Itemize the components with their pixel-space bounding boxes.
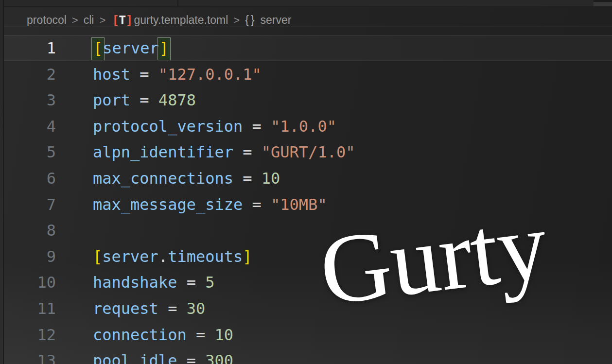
code-token: 5: [205, 273, 214, 292]
line-number[interactable]: 12: [4, 322, 56, 348]
chevron-right-icon: >: [228, 14, 245, 27]
code-content: connection = 10: [93, 322, 233, 348]
code-content: host = "127.0.0.1": [93, 61, 262, 87]
code-token: =: [177, 273, 205, 292]
code-token: =: [243, 117, 271, 136]
code-line[interactable]: 1[server]: [4, 35, 612, 61]
line-number[interactable]: 10: [4, 269, 56, 295]
code-token: =: [158, 299, 187, 318]
line-number[interactable]: 9: [4, 243, 56, 270]
code-token: handshake: [93, 273, 177, 292]
code-line[interactable]: 4protocol_version = "1.0.0": [4, 113, 612, 139]
code-line[interactable]: 3port = 4878: [4, 87, 612, 113]
code-content: protocol_version = "1.0.0": [93, 113, 336, 139]
chevron-right-icon: >: [94, 14, 111, 27]
code-token: 10: [214, 326, 233, 344]
code-token: "1.0.0": [271, 117, 336, 136]
code-token: max_connections: [93, 169, 233, 188]
line-number[interactable]: 13: [4, 347, 56, 364]
code-token: =: [187, 326, 215, 344]
line-number[interactable]: 7: [4, 191, 56, 218]
line-number[interactable]: 1: [4, 35, 56, 61]
code-token: =: [130, 65, 158, 84]
code-token: "10MB": [271, 195, 327, 214]
breadcrumb: protocol > cli > [T] gurty.template.toml…: [27, 13, 291, 27]
chevron-right-icon: >: [67, 14, 84, 27]
code-content: alpn_identifier = "GURT/1.0": [93, 139, 355, 165]
line-number[interactable]: 4: [4, 113, 56, 139]
tab-bar-edge: [4, 6, 612, 7]
code-line[interactable]: 13pool_idle = 300: [4, 347, 612, 364]
code-line[interactable]: 5alpn_identifier = "GURT/1.0": [4, 139, 612, 165]
tab-bar-sliver: [4, 0, 612, 6]
code-token: port: [93, 91, 130, 109]
tab-divider: [177, 0, 178, 6]
code-token: host: [93, 65, 130, 84]
code-token: "127.0.0.1": [158, 65, 262, 84]
editor-window: protocol > cli > [T] gurty.template.toml…: [0, 0, 612, 364]
code-content: pool_idle = 300: [93, 347, 233, 364]
code-token: 300: [205, 351, 233, 364]
code-token: server: [103, 39, 159, 57]
code-token: pool_idle: [93, 351, 177, 364]
breadcrumb-item-filename[interactable]: gurty.template.toml: [134, 14, 228, 27]
line-number[interactable]: 5: [4, 139, 56, 165]
code-token: ]: [243, 247, 252, 266]
code-token: max_message_size: [93, 195, 243, 214]
breadcrumb-item-cli[interactable]: cli: [84, 14, 94, 27]
code-token: =: [233, 169, 262, 188]
code-token: =: [243, 195, 271, 214]
code-token: 4878: [158, 91, 196, 109]
code-token: request: [93, 299, 158, 318]
breadcrumb-separator-line: [4, 26, 612, 27]
code-content: request = 30: [93, 295, 205, 322]
code-line[interactable]: 6max_connections = 10: [4, 165, 612, 191]
code-content: max_message_size = "10MB": [93, 191, 327, 218]
code-token: 10: [262, 169, 280, 188]
code-token: 30: [187, 299, 206, 318]
code-token: =: [130, 91, 158, 109]
line-number[interactable]: 11: [4, 295, 56, 322]
code-token: timeouts: [168, 247, 243, 266]
line-number[interactable]: 2: [4, 61, 56, 87]
code-token: "GURT/1.0": [262, 143, 355, 161]
code-content: [server]: [93, 35, 169, 61]
code-content: port = 4878: [93, 87, 196, 113]
code-token: alpn_identifier: [93, 143, 233, 161]
code-token: [: [93, 247, 102, 266]
breadcrumb-item-protocol[interactable]: protocol: [27, 14, 67, 27]
line-number[interactable]: 8: [4, 217, 56, 243]
code-token: ]: [157, 37, 171, 60]
line-number[interactable]: 6: [4, 165, 56, 191]
code-content: handshake = 5: [93, 269, 214, 295]
code-token: connection: [93, 326, 187, 344]
code-content: [server.timeouts]: [93, 243, 252, 270]
watermark-logo: Gurty: [315, 195, 552, 320]
code-token: .: [158, 247, 168, 266]
line-number[interactable]: 3: [4, 87, 56, 113]
scrollbar-top[interactable]: [594, 0, 612, 6]
code-token: =: [177, 351, 205, 364]
code-content: max_connections = 10: [93, 165, 280, 191]
symbol-object-icon: {}: [245, 14, 256, 27]
toml-file-icon: [T]: [112, 13, 133, 27]
breadcrumb-item-symbol[interactable]: server: [261, 14, 292, 27]
code-token: server: [102, 247, 158, 266]
code-line[interactable]: 2host = "127.0.0.1": [4, 61, 612, 87]
code-line[interactable]: 12connection = 10: [4, 322, 612, 348]
code-token: protocol_version: [93, 117, 243, 136]
code-token: =: [233, 143, 262, 161]
